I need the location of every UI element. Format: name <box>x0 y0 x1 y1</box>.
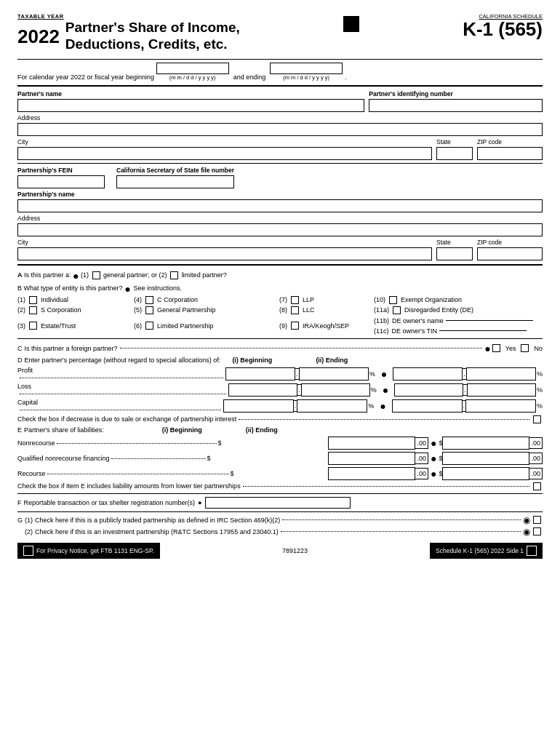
checkbox-decrease[interactable] <box>533 415 541 423</box>
nonrecourse-begin-cents: .00 <box>415 437 428 449</box>
entity-4-label: C Corporation <box>157 296 198 303</box>
dotted-leader-d <box>239 419 529 420</box>
qualified-nonrecourse-label: Qualified nonrecourse financing$ <box>17 455 328 462</box>
qualified-begin-input[interactable] <box>328 452 415 465</box>
nonrecourse-begin-input[interactable] <box>328 437 415 450</box>
checkbox-limited-partner[interactable] <box>170 271 178 279</box>
entity-1-num: (1) <box>17 296 25 303</box>
profit-end-main[interactable] <box>393 367 463 381</box>
capital-begin-main[interactable] <box>223 399 294 413</box>
checkbox-lower-tier[interactable] <box>533 482 541 490</box>
entity-11c-underline <box>439 330 527 331</box>
entity-11a-label: Disregarded Entity (DE) <box>404 306 473 314</box>
partnership-address-input[interactable] <box>17 223 543 236</box>
bullet-profit: ● <box>381 368 387 380</box>
section-g-letter: G <box>17 517 23 524</box>
nonrecourse-end-input[interactable] <box>442 437 529 450</box>
partnership-address-block: Address <box>17 215 543 236</box>
capital-begin-frac[interactable] <box>297 399 367 413</box>
recourse-begin-input[interactable] <box>328 467 415 480</box>
checkbox-exempt-org[interactable] <box>389 296 397 304</box>
entity-3: (3) Estate/Trust <box>17 322 134 330</box>
section-e-begin-label: (i) Beginning <box>162 426 202 434</box>
checkbox-g1[interactable] <box>533 516 541 524</box>
capital-end-main[interactable] <box>392 399 463 413</box>
year-number: 2022 <box>17 27 60 46</box>
ca-sec-input[interactable] <box>116 175 234 188</box>
partnership-zip-input[interactable] <box>477 247 543 260</box>
checkbox-limited-partnership[interactable] <box>145 322 153 330</box>
partner-address-label: Address <box>17 114 543 121</box>
loss-end-frac[interactable] <box>467 383 536 397</box>
checkbox-s-corporation[interactable] <box>29 306 37 314</box>
dotted-leader-e <box>243 486 529 487</box>
checkbox-general-partner[interactable] <box>92 271 100 279</box>
checkbox-estate-trust[interactable] <box>29 322 37 330</box>
loss-end-main[interactable] <box>394 383 463 397</box>
checkbox-ira[interactable] <box>291 322 299 330</box>
entity-9: (9) IRA/Keogh/SEP <box>279 322 374 330</box>
entity-7: (7) LLP <box>279 296 374 304</box>
partnership-city-input[interactable] <box>17 247 432 260</box>
fiscal-year-end-input[interactable] <box>270 63 343 74</box>
capital-end-frac[interactable] <box>465 399 536 413</box>
loss-begin-main[interactable] <box>228 383 297 397</box>
partner-city-col: City <box>17 138 432 160</box>
loss-begin-frac[interactable] <box>301 383 370 397</box>
partnership-state-input[interactable] <box>436 247 473 260</box>
bullet-f: ● <box>198 499 201 506</box>
partner-city-input[interactable] <box>17 147 432 160</box>
entity-1: (1) Individual <box>17 296 134 304</box>
checkbox-no[interactable] <box>521 344 529 352</box>
partner-id-col: Partner's identifying number <box>369 90 543 112</box>
entity-3-num: (3) <box>17 322 25 330</box>
entity-5-num: (5) <box>134 306 142 314</box>
nonrecourse-begin-amount: .00 <box>328 437 428 450</box>
profit-end-frac[interactable] <box>466 367 536 381</box>
checkbox-individual[interactable] <box>29 296 37 304</box>
checkbox-yes[interactable] <box>492 344 500 352</box>
fiscal-year-begin-input[interactable] <box>156 63 229 74</box>
partnership-state-label: State <box>436 239 473 246</box>
partnership-city-col: City <box>17 239 432 260</box>
profit-begin-main[interactable] <box>225 367 295 381</box>
footer-left: For Privacy Notice, get FTB 1131 ENG-SP. <box>17 543 160 559</box>
profit-begin-frac[interactable] <box>299 367 369 381</box>
partner-name-input[interactable] <box>17 99 364 112</box>
recourse-end-input[interactable] <box>442 467 529 480</box>
qualified-begin-amount: .00 <box>328 452 428 465</box>
section-d-header: D Enter partner's percentage (without re… <box>17 356 543 364</box>
fein-input[interactable] <box>17 175 105 188</box>
checkbox-general-partnership[interactable] <box>145 306 153 314</box>
checkbox-de[interactable] <box>393 306 401 314</box>
recourse-label: Recourse$ <box>17 470 328 477</box>
capital-end-input-group: . % <box>392 399 543 413</box>
entity-row-2: (2) S Corporation (5) General Partnershi… <box>17 306 543 314</box>
section-f-input[interactable] <box>205 497 351 509</box>
qualified-end-input[interactable] <box>442 452 529 465</box>
section-a-text: Is this partner a: <box>24 271 71 279</box>
section-a: A Is this partner a: ● (1) general partn… <box>17 271 543 281</box>
g-1-content: G (1) Check here if this is a publicly t… <box>17 515 530 525</box>
partnership-zip-label: ZIP code <box>477 239 543 246</box>
section-b-text: What type of entity is this partner? <box>24 284 123 292</box>
partner-zip-input[interactable] <box>477 147 543 160</box>
dotted-leader-g1 <box>282 519 521 520</box>
checkbox-llc[interactable] <box>291 306 299 314</box>
partner-address-input[interactable] <box>17 123 543 136</box>
partner-id-input[interactable] <box>369 99 543 112</box>
bullet-qualified: ● <box>431 453 436 464</box>
entity-11a: (11a) Disregarded Entity (DE) <box>374 306 543 314</box>
section-a-letter: A <box>17 271 23 279</box>
partnership-name-block: Partnership's name <box>17 191 543 212</box>
checkbox-llp[interactable] <box>291 296 299 304</box>
partnership-name-input[interactable] <box>17 199 543 212</box>
footer-schedule-info: Schedule K-1 (565) 2022 Side 1 <box>436 547 524 554</box>
recourse-end-cents: .00 <box>529 468 543 479</box>
checkbox-g2[interactable] <box>533 527 541 535</box>
partner-name-id-row: Partner's name Partner's identifying num… <box>17 90 543 112</box>
checkbox-c-corporation[interactable] <box>145 296 153 304</box>
partner-state-col: State <box>436 138 473 160</box>
partner-state-input[interactable] <box>436 147 473 160</box>
yes-no-group: Yes No <box>491 344 543 352</box>
